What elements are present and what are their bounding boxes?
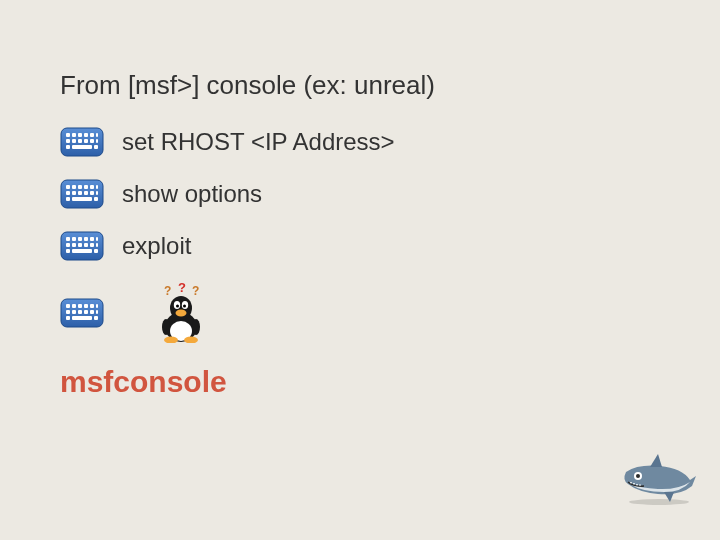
svg-rect-10 — [84, 139, 88, 143]
svg-rect-36 — [84, 237, 88, 241]
svg-rect-63 — [94, 316, 98, 320]
svg-rect-54 — [96, 304, 98, 308]
svg-rect-25 — [78, 191, 82, 195]
svg-point-78 — [192, 319, 200, 335]
svg-rect-29 — [66, 197, 70, 201]
slide-heading: From [msf>] console (ex: unreal) — [60, 70, 620, 101]
svg-rect-21 — [90, 185, 94, 189]
svg-rect-4 — [84, 133, 88, 137]
keyboard-icon — [60, 298, 104, 328]
svg-text:?: ? — [192, 284, 199, 298]
tux-confused-icon: ? ? ? — [154, 283, 208, 343]
svg-rect-61 — [66, 316, 70, 320]
svg-rect-2 — [72, 133, 76, 137]
svg-rect-57 — [78, 310, 82, 314]
svg-rect-11 — [90, 139, 94, 143]
svg-point-74 — [176, 310, 187, 317]
svg-text:?: ? — [164, 284, 171, 298]
svg-rect-9 — [78, 139, 82, 143]
svg-rect-8 — [72, 139, 76, 143]
svg-rect-43 — [90, 243, 94, 247]
svg-rect-55 — [66, 310, 70, 314]
svg-rect-38 — [96, 237, 98, 241]
svg-rect-42 — [84, 243, 88, 247]
command-text: exploit — [122, 232, 191, 260]
svg-rect-18 — [72, 185, 76, 189]
svg-rect-28 — [96, 191, 98, 195]
svg-rect-50 — [72, 304, 76, 308]
svg-rect-49 — [66, 304, 70, 308]
svg-rect-33 — [66, 237, 70, 241]
svg-rect-37 — [90, 237, 94, 241]
command-text: set RHOST <IP Address> — [122, 128, 395, 156]
svg-rect-24 — [72, 191, 76, 195]
svg-point-77 — [162, 319, 170, 335]
svg-rect-34 — [72, 237, 76, 241]
command-row: exploit — [60, 231, 620, 261]
svg-rect-1 — [66, 133, 70, 137]
svg-rect-60 — [96, 310, 98, 314]
shark-icon — [620, 452, 698, 506]
svg-rect-41 — [78, 243, 82, 247]
keyboard-icon — [60, 231, 104, 261]
svg-rect-30 — [72, 197, 92, 201]
slide-title: msfconsole — [60, 365, 620, 399]
svg-rect-26 — [84, 191, 88, 195]
svg-rect-20 — [84, 185, 88, 189]
svg-rect-35 — [78, 237, 82, 241]
svg-rect-52 — [84, 304, 88, 308]
svg-rect-46 — [72, 249, 92, 253]
svg-rect-31 — [94, 197, 98, 201]
svg-rect-62 — [72, 316, 92, 320]
svg-rect-45 — [66, 249, 70, 253]
svg-text:?: ? — [178, 283, 186, 295]
svg-point-81 — [636, 474, 640, 478]
svg-rect-23 — [66, 191, 70, 195]
svg-rect-3 — [78, 133, 82, 137]
svg-rect-13 — [66, 145, 70, 149]
svg-rect-39 — [66, 243, 70, 247]
svg-rect-59 — [90, 310, 94, 314]
svg-rect-17 — [66, 185, 70, 189]
svg-rect-6 — [96, 133, 98, 137]
svg-rect-53 — [90, 304, 94, 308]
command-text: show options — [122, 180, 262, 208]
svg-point-72 — [176, 305, 179, 308]
svg-point-73 — [183, 305, 186, 308]
command-row: show options — [60, 179, 620, 209]
svg-rect-7 — [66, 139, 70, 143]
svg-rect-56 — [72, 310, 76, 314]
svg-point-79 — [629, 499, 689, 505]
svg-rect-40 — [72, 243, 76, 247]
keyboard-icon — [60, 127, 104, 157]
svg-rect-27 — [90, 191, 94, 195]
svg-rect-22 — [96, 185, 98, 189]
svg-rect-47 — [94, 249, 98, 253]
svg-rect-5 — [90, 133, 94, 137]
svg-rect-19 — [78, 185, 82, 189]
svg-rect-51 — [78, 304, 82, 308]
svg-rect-58 — [84, 310, 88, 314]
command-row: set RHOST <IP Address> — [60, 127, 620, 157]
svg-rect-44 — [96, 243, 98, 247]
slide-content: From [msf>] console (ex: unreal) set RHO… — [60, 70, 620, 399]
svg-rect-12 — [96, 139, 98, 143]
svg-rect-15 — [94, 145, 98, 149]
svg-rect-14 — [72, 145, 92, 149]
keyboard-icon — [60, 179, 104, 209]
command-row: ? ? ? — [60, 283, 620, 343]
